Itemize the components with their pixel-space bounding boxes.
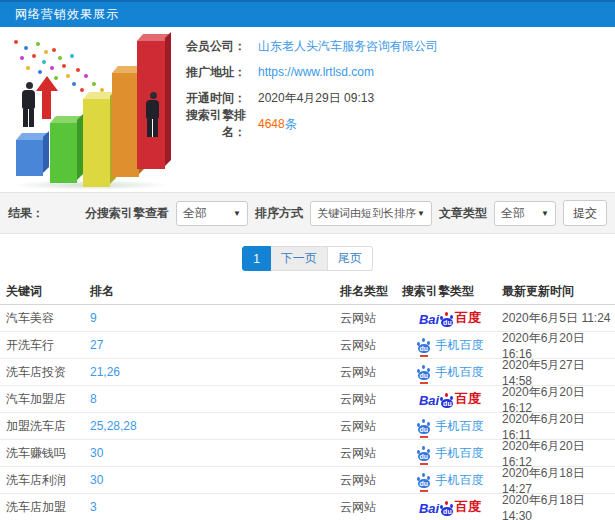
rank-count-value: 4648条 bbox=[258, 116, 297, 133]
keyword-cell: 汽车加盟店 bbox=[0, 391, 90, 408]
chevron-down-icon: ▼ bbox=[541, 209, 549, 218]
next-page-button[interactable]: 下一页 bbox=[271, 246, 328, 271]
engine-filter-label: 分搜索引擎查看 bbox=[85, 205, 169, 222]
keyword-cell: 洗车赚钱吗 bbox=[0, 445, 90, 462]
promo-url-label: 推广地址： bbox=[178, 64, 246, 81]
bar-blue bbox=[16, 140, 43, 176]
table-header-row: 关键词 排名 排名类型 搜索引擎类型 最新更新时间 bbox=[0, 279, 615, 305]
engine-cell: Bai du 百度 bbox=[402, 390, 498, 408]
engine-cell: du 手机百度 bbox=[402, 472, 498, 489]
header-bar: 网络营销效果展示 bbox=[0, 0, 615, 27]
marketing-chart-illustration bbox=[6, 36, 174, 190]
engine-cell: du 手机百度 bbox=[402, 364, 498, 381]
pagination: 1 下一页 尾页 bbox=[0, 246, 615, 271]
article-type-filter-select[interactable]: 全部▼ bbox=[494, 201, 556, 226]
mobile-baidu-badge: du 手机百度 bbox=[417, 445, 484, 462]
header-engine-type: 搜索引擎类型 bbox=[402, 283, 498, 300]
keyword-cell: 洗车店投资 bbox=[0, 364, 90, 381]
header-rank: 排名 bbox=[90, 283, 340, 300]
rank-link[interactable]: 9 bbox=[90, 311, 97, 325]
rank-type-cell: 云网站 bbox=[340, 310, 402, 327]
rank-link[interactable]: 8 bbox=[90, 392, 97, 406]
rank-count-suffix: 条 bbox=[285, 117, 297, 131]
open-time-value: 2020年4月29日 09:13 bbox=[258, 90, 374, 107]
baidu-paw-icon: du bbox=[417, 419, 431, 434]
keyword-cell: 洗车店利润 bbox=[0, 472, 90, 489]
updated-cell: 2020年6月18日 14:30 bbox=[498, 492, 615, 520]
filter-bar: 结果： 分搜索引擎查看 全部▼ 排序方式 关键词由短到长排序▼ 文章类型 全部▼… bbox=[0, 192, 615, 234]
mobile-baidu-badge: du 手机百度 bbox=[417, 337, 484, 354]
mobile-baidu-badge: du 手机百度 bbox=[417, 364, 484, 381]
rank-type-cell: 云网站 bbox=[340, 418, 402, 435]
table-row: 汽车加盟店8云网站 Bai du 百度2020年6月20日 16:12 bbox=[0, 386, 615, 413]
confetti-decoration bbox=[14, 40, 18, 44]
baidu-paw-icon: du bbox=[440, 393, 454, 408]
rank-type-cell: 云网站 bbox=[340, 391, 402, 408]
baidu-paw-icon: du bbox=[440, 501, 454, 516]
engine-cell: du 手机百度 bbox=[402, 337, 498, 354]
page-1-button[interactable]: 1 bbox=[242, 246, 271, 271]
keyword-cell: 开洗车行 bbox=[0, 337, 90, 354]
table-row: 洗车店投资21,26云网站 du 手机百度2020年5月27日 14:58 bbox=[0, 359, 615, 386]
engine-cell: Bai du 百度 bbox=[402, 498, 498, 516]
table-row: 加盟洗车店25,28,28云网站 du 手机百度2020年6月20日 16:11 bbox=[0, 413, 615, 440]
rank-link[interactable]: 27 bbox=[90, 338, 103, 352]
bar-green bbox=[50, 123, 77, 183]
keyword-rank-table: 关键词 排名 排名类型 搜索引擎类型 最新更新时间 汽车美容9云网站 Bai d… bbox=[0, 279, 615, 520]
keyword-cell: 洗车店加盟 bbox=[0, 499, 90, 516]
sort-filter-label: 排序方式 bbox=[255, 205, 303, 222]
open-time-label: 开通时间： bbox=[178, 90, 246, 107]
baidu-paw-icon: du bbox=[417, 338, 431, 353]
last-page-button[interactable]: 尾页 bbox=[328, 246, 373, 271]
page: 网络营销效果展示 会员公司： 山东老人头汽车服务咨询有限公司 推广地址： htt… bbox=[0, 0, 615, 520]
rank-link[interactable]: 30 bbox=[90, 473, 103, 487]
mobile-baidu-badge: du 手机百度 bbox=[417, 418, 484, 435]
mobile-baidu-badge: du 手机百度 bbox=[417, 472, 484, 489]
company-info: 会员公司： 山东老人头汽车服务咨询有限公司 推广地址： https://www.… bbox=[178, 36, 608, 140]
submit-button[interactable]: 提交 bbox=[563, 200, 607, 226]
keyword-cell: 加盟洗车店 bbox=[0, 418, 90, 435]
bar-yellow bbox=[83, 99, 110, 187]
rank-link[interactable]: 25,28,28 bbox=[90, 419, 137, 433]
rank-type-cell: 云网站 bbox=[340, 364, 402, 381]
filters: 分搜索引擎查看 全部▼ 排序方式 关键词由短到长排序▼ 文章类型 全部▼ 提交 bbox=[85, 200, 607, 226]
engine-cell: du 手机百度 bbox=[402, 418, 498, 435]
header-rank-type: 排名类型 bbox=[340, 283, 402, 300]
table-row: 洗车赚钱吗30云网站 du 手机百度2020年6月20日 16:12 bbox=[0, 440, 615, 467]
bar-orange bbox=[112, 73, 139, 177]
article-type-filter-label: 文章类型 bbox=[439, 205, 487, 222]
baidu-paw-icon: du bbox=[440, 312, 454, 327]
baidu-paw-icon: du bbox=[417, 446, 431, 461]
rank-type-cell: 云网站 bbox=[340, 337, 402, 354]
chevron-down-icon: ▼ bbox=[233, 209, 241, 218]
table-body: 汽车美容9云网站 Bai du 百度2020年6月5日 11:24开洗车行27云… bbox=[0, 305, 615, 520]
table-row: 洗车店加盟3云网站 Bai du 百度2020年6月18日 14:30 bbox=[0, 494, 615, 520]
table-row: 开洗车行27云网站 du 手机百度2020年6月20日 16:16 bbox=[0, 332, 615, 359]
baidu-paw-icon: du bbox=[417, 365, 431, 380]
rank-type-cell: 云网站 bbox=[340, 499, 402, 516]
header-keyword: 关键词 bbox=[0, 283, 90, 300]
engine-cell: Bai du 百度 bbox=[402, 309, 498, 327]
rank-link[interactable]: 3 bbox=[90, 500, 97, 514]
sort-filter-select[interactable]: 关键词由短到长排序▼ bbox=[310, 201, 432, 226]
rank-link[interactable]: 21,26 bbox=[90, 365, 120, 379]
baidu-paw-icon: du bbox=[417, 473, 431, 488]
info-row-open-time: 开通时间： 2020年4月29日 09:13 bbox=[178, 88, 608, 108]
company-name-link[interactable]: 山东老人头汽车服务咨询有限公司 bbox=[258, 38, 438, 55]
rank-count-label: 搜索引擎排名： bbox=[178, 107, 246, 141]
info-row-url: 推广地址： https://www.lrtlsd.com bbox=[178, 62, 608, 82]
baidu-logo: Bai du 百度 bbox=[419, 390, 481, 408]
company-label: 会员公司： bbox=[178, 38, 246, 55]
table-row: 汽车美容9云网站 Bai du 百度2020年6月5日 11:24 bbox=[0, 305, 615, 332]
baidu-logo: Bai du 百度 bbox=[419, 498, 481, 516]
result-label: 结果： bbox=[8, 205, 44, 222]
rank-type-cell: 云网站 bbox=[340, 445, 402, 462]
engine-filter-select[interactable]: 全部▼ bbox=[176, 201, 248, 226]
engine-cell: du 手机百度 bbox=[402, 445, 498, 462]
promo-url-link[interactable]: https://www.lrtlsd.com bbox=[258, 65, 374, 79]
rank-link[interactable]: 30 bbox=[90, 446, 103, 460]
page-title: 网络营销效果展示 bbox=[0, 6, 119, 23]
info-row-company: 会员公司： 山东老人头汽车服务咨询有限公司 bbox=[178, 36, 608, 56]
chevron-down-icon: ▼ bbox=[417, 209, 425, 218]
rank-type-cell: 云网站 bbox=[340, 472, 402, 489]
